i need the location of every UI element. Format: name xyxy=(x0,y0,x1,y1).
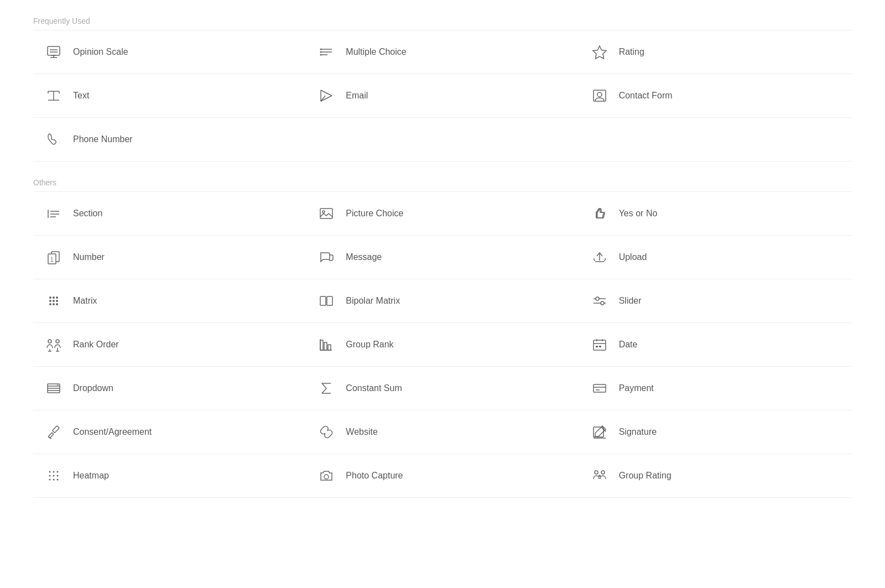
item-section[interactable]: Section xyxy=(33,192,306,236)
date-label: Date xyxy=(619,340,638,350)
item-upload[interactable]: Upload xyxy=(579,236,852,279)
item-opinion-scale[interactable]: Opinion Scale xyxy=(33,30,306,74)
website-icon xyxy=(317,423,336,441)
frequently-used-grid: Opinion ScaleMultiple ChoiceRatingTextEm… xyxy=(33,30,852,162)
signature-icon xyxy=(590,423,609,441)
email-icon xyxy=(317,86,336,105)
yes-or-no-icon xyxy=(590,204,609,223)
item-email[interactable]: Email xyxy=(306,74,579,118)
slider-icon xyxy=(590,292,609,310)
payment-label: Payment xyxy=(619,383,654,393)
item-bipolar-matrix[interactable]: Bipolar Matrix xyxy=(306,279,579,323)
group-rank-label: Group Rank xyxy=(346,340,393,350)
opinion-scale-icon xyxy=(44,43,63,61)
group-rating-label: Group Rating xyxy=(619,471,671,481)
others-grid: SectionPicture ChoiceYes or NoNumberMess… xyxy=(33,191,852,498)
text-icon xyxy=(44,86,63,105)
item-photo-capture[interactable]: Photo Capture xyxy=(306,454,579,498)
message-icon xyxy=(317,248,336,267)
consent-agreement-icon xyxy=(44,423,63,441)
slider-label: Slider xyxy=(619,296,642,306)
frequently-used-section: Frequently Used Opinion ScaleMultiple Ch… xyxy=(33,17,852,162)
item-message[interactable]: Message xyxy=(306,236,579,279)
item-multiple-choice[interactable]: Multiple Choice xyxy=(306,30,579,74)
spacer-cell xyxy=(306,118,579,162)
heatmap-icon xyxy=(44,466,63,485)
picture-choice-label: Picture Choice xyxy=(346,209,403,218)
item-yes-or-no[interactable]: Yes or No xyxy=(579,192,852,236)
others-label: Others xyxy=(33,178,852,187)
payment-icon xyxy=(590,379,609,398)
item-matrix[interactable]: Matrix xyxy=(33,279,306,323)
item-rating[interactable]: Rating xyxy=(579,30,852,74)
photo-capture-label: Photo Capture xyxy=(346,471,403,481)
rating-label: Rating xyxy=(619,47,644,57)
multiple-choice-label: Multiple Choice xyxy=(346,47,406,57)
upload-label: Upload xyxy=(619,252,647,262)
item-dropdown[interactable]: Dropdown xyxy=(33,367,306,410)
matrix-label: Matrix xyxy=(73,296,97,306)
item-constant-sum[interactable]: Constant Sum xyxy=(306,367,579,410)
item-signature[interactable]: Signature xyxy=(579,410,852,454)
rank-order-icon xyxy=(44,335,63,354)
item-contact-form[interactable]: Contact Form xyxy=(579,74,852,118)
signature-label: Signature xyxy=(619,427,657,437)
constant-sum-icon xyxy=(317,379,336,398)
item-group-rank[interactable]: Group Rank xyxy=(306,323,579,367)
heatmap-label: Heatmap xyxy=(73,471,109,481)
multiple-choice-icon xyxy=(317,43,336,61)
photo-capture-icon xyxy=(317,466,336,485)
dropdown-label: Dropdown xyxy=(73,383,113,393)
bipolar-matrix-icon xyxy=(317,292,336,310)
contact-form-icon xyxy=(590,86,609,105)
upload-icon xyxy=(590,248,609,267)
opinion-scale-label: Opinion Scale xyxy=(73,47,128,57)
message-label: Message xyxy=(346,252,382,262)
bipolar-matrix-label: Bipolar Matrix xyxy=(346,296,400,306)
item-text[interactable]: Text xyxy=(33,74,306,118)
item-group-rating[interactable]: Group Rating xyxy=(579,454,852,498)
email-label: Email xyxy=(346,91,368,101)
item-heatmap[interactable]: Heatmap xyxy=(33,454,306,498)
text-label: Text xyxy=(73,91,89,101)
group-rating-icon xyxy=(590,466,609,485)
rating-icon xyxy=(590,43,609,61)
spacer-cell xyxy=(579,118,852,162)
group-rank-icon xyxy=(317,335,336,354)
item-payment[interactable]: Payment xyxy=(579,367,852,410)
item-date[interactable]: Date xyxy=(579,323,852,367)
others-section: Others SectionPicture ChoiceYes or NoNum… xyxy=(33,178,852,498)
item-phone-number[interactable]: Phone Number xyxy=(33,118,306,162)
yes-or-no-label: Yes or No xyxy=(619,209,658,218)
item-consent-agreement[interactable]: Consent/Agreement xyxy=(33,410,306,454)
item-number[interactable]: Number xyxy=(33,236,306,279)
consent-agreement-label: Consent/Agreement xyxy=(73,427,152,437)
website-label: Website xyxy=(346,427,378,437)
constant-sum-label: Constant Sum xyxy=(346,383,402,393)
rank-order-label: Rank Order xyxy=(73,340,119,350)
item-rank-order[interactable]: Rank Order xyxy=(33,323,306,367)
phone-number-label: Phone Number xyxy=(73,134,133,144)
number-label: Number xyxy=(73,252,105,262)
section-icon xyxy=(44,204,63,223)
matrix-icon xyxy=(44,292,63,310)
picture-choice-icon xyxy=(317,204,336,223)
phone-number-icon xyxy=(44,130,63,149)
frequently-used-label: Frequently Used xyxy=(33,17,852,25)
contact-form-label: Contact Form xyxy=(619,91,673,101)
item-slider[interactable]: Slider xyxy=(579,279,852,323)
section-label: Section xyxy=(73,209,102,218)
dropdown-icon xyxy=(44,379,63,398)
date-icon xyxy=(590,335,609,354)
item-website[interactable]: Website xyxy=(306,410,579,454)
item-picture-choice[interactable]: Picture Choice xyxy=(306,192,579,236)
number-icon xyxy=(44,248,63,267)
